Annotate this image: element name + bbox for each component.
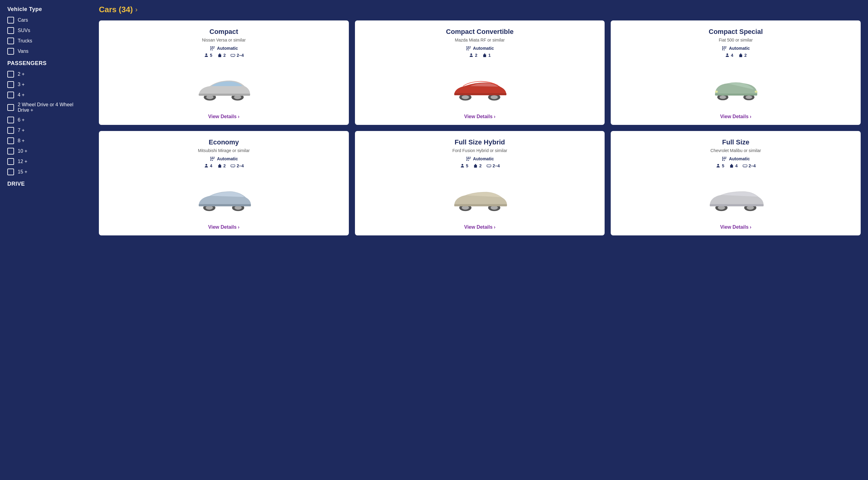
sidebar-item-p10[interactable]: 10 + xyxy=(7,148,84,154)
checkbox-p3[interactable] xyxy=(7,81,14,88)
checkbox-suvs[interactable] xyxy=(7,27,14,34)
checkbox-p8[interactable] xyxy=(7,138,14,144)
svg-point-23 xyxy=(468,50,469,50)
car-title-fsh: Full Size Hybrid xyxy=(455,138,505,146)
label-p6: 6 + xyxy=(18,117,25,123)
car-card-compact-special: Compact Special Fiat 500 or similar Auto… xyxy=(611,21,861,125)
checkbox-cars[interactable] xyxy=(7,17,14,24)
svg-point-69 xyxy=(206,206,213,210)
person-icon-eco xyxy=(204,163,209,168)
svg-rect-101 xyxy=(730,165,733,168)
sidebar-item-p2w4w[interactable]: 2 Wheel Drive or 4 Wheel Drive + xyxy=(7,102,84,113)
car-silhouette-fsh xyxy=(449,180,510,213)
view-details-fs[interactable]: View Details › xyxy=(720,224,751,230)
ac-group-fsh: 2–4 xyxy=(487,163,500,168)
svg-point-107 xyxy=(718,206,725,210)
car-subtitle-compact: Nissan Versa or similar xyxy=(202,37,246,42)
label-p8: 8 + xyxy=(18,138,25,144)
checkbox-p15[interactable] xyxy=(7,169,14,175)
svg-rect-82 xyxy=(474,165,477,168)
svg-point-44 xyxy=(726,54,728,55)
label-trucks: Trucks xyxy=(18,38,32,44)
transmission-row-conv: Automatic xyxy=(466,46,494,51)
sidebar-item-p2[interactable]: 2 + xyxy=(7,71,84,78)
ac-icon-fs xyxy=(743,163,747,168)
view-details-convertible[interactable]: View Details › xyxy=(464,114,495,119)
checkbox-p10[interactable] xyxy=(7,148,14,154)
car-image-compact xyxy=(105,63,343,109)
svg-point-1 xyxy=(212,46,213,47)
sidebar-item-p8[interactable]: 8 + xyxy=(7,138,84,144)
car-card-full-size: Full Size Chevrolet Malibu or similar Au… xyxy=(611,131,861,235)
checkbox-vans[interactable] xyxy=(7,48,14,55)
details-row: 5 2 2–4 xyxy=(204,53,244,58)
car-image-fs xyxy=(617,174,855,219)
car-specs-fs: Automatic 5 4 2–4 xyxy=(617,156,855,168)
passengers-group-fsh: 5 xyxy=(460,163,468,168)
sidebar-item-p3[interactable]: 3 + xyxy=(7,81,84,88)
passengers-group-conv: 2 xyxy=(469,53,477,58)
car-grid: Compact Nissan Versa or similar Automati… xyxy=(99,21,861,235)
bags-group-fs: 4 xyxy=(729,163,738,168)
view-details-economy[interactable]: View Details › xyxy=(208,224,239,230)
svg-point-17 xyxy=(234,95,241,99)
sidebar-item-suvs[interactable]: SUVs xyxy=(7,27,84,34)
svg-point-53 xyxy=(210,157,211,157)
checkbox-p2w4w[interactable] xyxy=(7,104,14,111)
sidebar-item-trucks[interactable]: Trucks xyxy=(7,37,84,44)
drive-heading: DRIVE xyxy=(7,181,84,187)
checkbox-p2[interactable] xyxy=(7,71,14,78)
label-vans: Vans xyxy=(18,49,28,54)
bags-group-fsh: 2 xyxy=(473,163,482,168)
sidebar-item-vans[interactable]: Vans xyxy=(7,48,84,55)
sidebar-item-cars[interactable]: Cars xyxy=(7,17,84,24)
vehicle-type-filters: Cars SUVs Trucks Vans xyxy=(7,17,84,55)
svg-rect-18 xyxy=(199,94,250,96)
svg-point-51 xyxy=(754,91,757,93)
bags-group-conv: 1 xyxy=(482,53,491,58)
ac-icon-eco xyxy=(230,163,235,168)
view-details-compact[interactable]: View Details › xyxy=(208,114,239,119)
sidebar-item-p4[interactable]: 4 + xyxy=(7,92,84,98)
transmission-icon xyxy=(210,46,215,51)
label-suvs: SUVs xyxy=(18,28,30,33)
svg-rect-102 xyxy=(743,165,747,167)
svg-point-2 xyxy=(214,46,215,47)
sidebar-item-p15[interactable]: 15 + xyxy=(7,169,84,175)
svg-point-49 xyxy=(745,96,752,99)
svg-point-16 xyxy=(206,95,214,99)
ac-group-eco: 2–4 xyxy=(230,163,244,168)
person-icon-fsh xyxy=(460,163,465,168)
sidebar: Vehicle Type Cars SUVs Trucks Vans PASSE… xyxy=(0,0,92,480)
passengers-group-eco: 4 xyxy=(204,163,212,168)
sidebar-item-p12[interactable]: 12 + xyxy=(7,158,84,165)
checkbox-trucks[interactable] xyxy=(7,37,14,44)
car-silhouette-convertible xyxy=(449,69,510,103)
car-specs-fsh: Automatic 5 2 2–4 xyxy=(361,156,599,168)
view-details-compact-special[interactable]: View Details › xyxy=(720,114,751,119)
passengers-group: 5 xyxy=(204,53,212,58)
checkbox-p12[interactable] xyxy=(7,158,14,165)
checkbox-p7[interactable] xyxy=(7,127,14,134)
ac-group: 2–4 xyxy=(230,53,244,58)
passengers-group-spec: 4 xyxy=(725,53,734,58)
checkbox-p6[interactable] xyxy=(7,117,14,123)
sidebar-item-p6[interactable]: 6 + xyxy=(7,117,84,123)
details-row-fsh: 5 2 2–4 xyxy=(460,163,500,168)
label-p3: 3 + xyxy=(18,82,25,87)
checkbox-p4[interactable] xyxy=(7,92,14,98)
car-image-fsh xyxy=(361,174,599,219)
svg-rect-90 xyxy=(454,204,507,206)
car-specs-compact-conv: Automatic 2 1 xyxy=(361,46,599,58)
transmission-row-eco: Automatic xyxy=(210,156,238,161)
car-title-compact-conv: Compact Convertible xyxy=(446,28,513,36)
svg-point-108 xyxy=(747,206,754,210)
view-details-fsh[interactable]: View Details › xyxy=(464,224,495,230)
car-title-economy: Economy xyxy=(209,138,239,146)
svg-point-91 xyxy=(722,157,723,157)
person-icon xyxy=(204,53,209,58)
sidebar-item-p7[interactable]: 7 + xyxy=(7,127,84,134)
label-p7: 7 + xyxy=(18,128,25,133)
passengers-filters: 2 + 3 + 4 + 2 Wheel Drive or 4 Wheel Dri… xyxy=(7,71,84,175)
transmission-icon-eco xyxy=(210,156,215,161)
